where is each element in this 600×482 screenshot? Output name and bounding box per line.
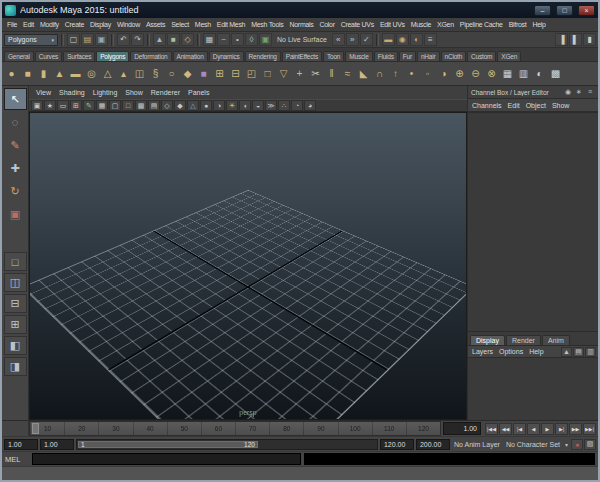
menu-item[interactable]: File (4, 21, 20, 28)
close-button[interactable]: × (578, 5, 595, 16)
channel-box-list[interactable] (468, 112, 598, 332)
animation-start-field[interactable]: 1.00 (4, 439, 38, 450)
playback-end-field[interactable]: 120.00 (380, 439, 414, 450)
poly-cylinder-icon[interactable]: ▮ (36, 64, 51, 84)
panel-menu-item[interactable]: View (32, 89, 55, 96)
shelf-tab[interactable]: PaintEffects (282, 51, 322, 61)
go-to-range-end-button[interactable]: ▶▶| (583, 423, 596, 435)
planar-mapping-icon[interactable]: ▦ (500, 64, 515, 84)
shelf-tab[interactable]: Curves (35, 51, 62, 61)
safe-action-icon[interactable]: ◇ (161, 100, 173, 111)
poly-pyramid-icon[interactable]: ▴ (116, 64, 131, 84)
menu-set-dropdown[interactable]: Polygons ▾ (4, 34, 58, 46)
shelf-tab[interactable]: Toon (323, 51, 344, 61)
redo-icon[interactable]: ↷ (131, 33, 144, 46)
merge-center-icon[interactable]: • (404, 64, 419, 84)
layer-editor-tab[interactable]: Anim (542, 335, 570, 345)
grease-pencil-icon[interactable]: ✎ (83, 100, 95, 111)
poly-pipe-icon[interactable]: ◫ (132, 64, 147, 84)
shelf-tab[interactable]: Fur (399, 51, 416, 61)
command-line-mode-label[interactable]: MEL (5, 455, 29, 464)
new-scene-icon[interactable]: ▢ (67, 33, 80, 46)
status-group-separator[interactable] (376, 34, 379, 46)
layer-editor-tab[interactable]: Display (470, 335, 505, 345)
range-slider-track[interactable]: 1 120 (76, 439, 378, 450)
shelf-tab[interactable]: Surfaces (63, 51, 95, 61)
bevel-icon[interactable]: ◣ (356, 64, 371, 84)
menu-item[interactable]: Edit Mesh (214, 21, 248, 28)
attribute-editor-toggle-icon[interactable]: ▐ (555, 33, 568, 46)
menu-item[interactable]: Select (168, 21, 192, 28)
snap-view-plane-icon[interactable]: ◊ (245, 33, 258, 46)
menu-item[interactable]: Normals (287, 21, 317, 28)
range-slider-bar[interactable]: 1 120 (78, 441, 258, 448)
snap-point-icon[interactable]: • (231, 33, 244, 46)
wireframe-mode-icon[interactable]: △ (187, 100, 199, 111)
menu-item[interactable]: Muscle (408, 21, 434, 28)
mirror-geometry-icon[interactable]: ◑ (436, 64, 451, 84)
grid-toggle-icon[interactable]: ▦ (96, 100, 108, 111)
render-settings-icon[interactable]: ≡ (424, 33, 437, 46)
character-set-label[interactable]: No Character Set (504, 441, 562, 448)
smooth-icon[interactable]: ■ (196, 64, 211, 84)
insert-edge-loop-icon[interactable]: ‖ (324, 64, 339, 84)
shelf-tab[interactable]: Deformation (130, 51, 171, 61)
go-to-range-start-button[interactable]: |◀◀ (485, 423, 498, 435)
save-scene-icon[interactable]: ▣ (95, 33, 108, 46)
automatic-mapping-icon[interactable]: ▩ (548, 64, 563, 84)
panel-menu-item[interactable]: Renderer (147, 89, 184, 96)
poly-platonic-solid-icon[interactable]: ◆ (180, 64, 195, 84)
animation-end-field[interactable]: 200.00 (416, 439, 450, 450)
menu-item[interactable]: Assets (143, 21, 168, 28)
layout-three-panes-split-button[interactable]: ◧ (4, 336, 27, 355)
menu-item[interactable]: Pipeline Cache (457, 21, 506, 28)
time-slider[interactable]: 102030405060708090100110120 (29, 421, 441, 436)
xray-icon[interactable]: ◕ (304, 100, 316, 111)
status-group-separator[interactable] (147, 34, 150, 46)
shadows-icon[interactable]: ◖ (239, 100, 251, 111)
poly-sphere-icon[interactable]: ● (4, 64, 19, 84)
two-d-pan-zoom-icon[interactable]: ⊞ (70, 100, 82, 111)
output-connections-icon[interactable]: » (346, 33, 359, 46)
channel-manipulator-icon[interactable]: ◉ (563, 88, 573, 96)
separate-icon[interactable]: ⊟ (228, 64, 243, 84)
viewport-canvas[interactable]: persp (29, 112, 467, 420)
menu-item[interactable]: Mesh (192, 21, 214, 28)
image-plane-icon[interactable]: ▭ (57, 100, 69, 111)
screen-space-ao-icon[interactable]: ◒ (252, 100, 264, 111)
select-hierarchy-icon[interactable]: ▲ (153, 33, 166, 46)
tool-settings-toggle-icon[interactable]: ▌ (569, 33, 582, 46)
film-gate-icon[interactable]: ▢ (109, 100, 121, 111)
shelf-tab[interactable]: Muscle (345, 51, 372, 61)
offset-edge-loop-icon[interactable]: ≈ (340, 64, 355, 84)
shelf-tab[interactable]: nCloth (441, 51, 467, 61)
command-line-input[interactable] (32, 453, 301, 465)
menu-item[interactable]: Mesh Tools (248, 21, 286, 28)
channel-box-toggle-icon[interactable]: ▮ (583, 33, 596, 46)
layer-editor-menu-item[interactable]: Layers (470, 348, 497, 355)
title-bar[interactable]: Autodesk Maya 2015: untitled – □ × (2, 2, 598, 18)
menu-item[interactable]: Create UVs (338, 21, 377, 28)
move-tool[interactable]: ✚ (4, 157, 27, 179)
status-group-separator[interactable] (111, 34, 114, 46)
panel-menu-item[interactable]: Show (121, 89, 147, 96)
boolean-union-icon[interactable]: ⊕ (452, 64, 467, 84)
safe-title-icon[interactable]: ◆ (174, 100, 186, 111)
lasso-select-tool[interactable]: ◌ (4, 111, 27, 133)
channel-box-menu-item[interactable]: Edit (506, 102, 524, 109)
combine-icon[interactable]: ⊞ (212, 64, 227, 84)
maximize-button[interactable]: □ (556, 5, 573, 16)
menu-item[interactable]: Display (87, 21, 114, 28)
status-group-separator[interactable] (61, 34, 64, 46)
playback-start-field[interactable]: 1.00 (40, 439, 74, 450)
character-set-menu-icon[interactable]: ▾ (564, 441, 569, 448)
menu-item[interactable]: Modify (37, 21, 62, 28)
field-chart-icon[interactable]: ▤ (148, 100, 160, 111)
resolution-gate-icon[interactable]: □ (122, 100, 134, 111)
poly-prism-icon[interactable]: △ (100, 64, 115, 84)
layout-outliner-persp-button[interactable]: ◨ (4, 357, 27, 376)
channel-box-menu-item[interactable]: Show (550, 102, 574, 109)
shelf-tab[interactable]: Custom (467, 51, 496, 61)
menu-item[interactable]: Window (114, 21, 143, 28)
multi-cut-icon[interactable]: ✂ (308, 64, 323, 84)
